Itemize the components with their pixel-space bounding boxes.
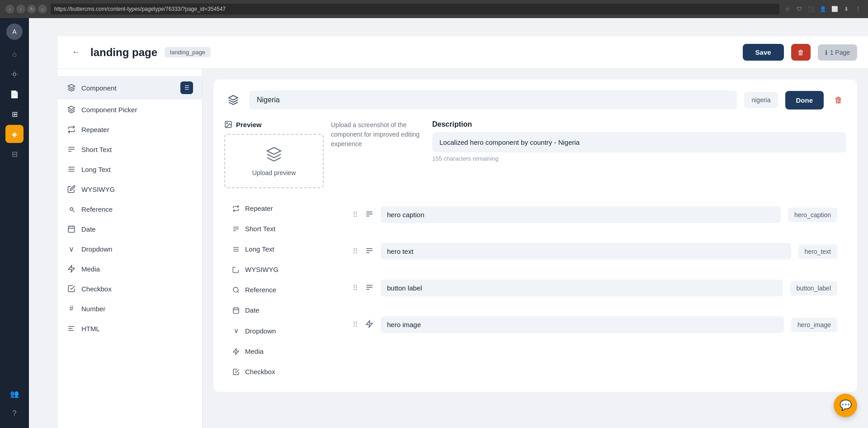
preview-info: Upload a screenshot of the component for…: [331, 120, 421, 149]
field-type-date[interactable]: Date: [224, 301, 333, 319]
done-button[interactable]: Done: [785, 91, 824, 109]
chat-bubble[interactable]: 💬: [834, 394, 857, 417]
sidebar-item-long-text[interactable]: Long Text: [58, 159, 202, 179]
field-type-dropdown[interactable]: ∨ Dropdown: [224, 321, 333, 340]
field-type-checkbox[interactable]: Checkbox: [224, 362, 333, 381]
field-name-input-hero-image[interactable]: [381, 316, 784, 333]
page-count-icon: ℹ: [825, 49, 827, 56]
field-name-input-hero-caption[interactable]: [381, 206, 781, 223]
drag-handle-icon[interactable]: ⠿: [353, 284, 358, 292]
fields-list-panel: ⠿ hero_caption ⠿: [344, 199, 846, 381]
date-icon: [67, 224, 76, 233]
field-type-short-text[interactable]: Short Text: [224, 219, 333, 238]
bookmark-icon[interactable]: ☆: [783, 5, 792, 14]
field-name-input-button-label[interactable]: [381, 280, 783, 296]
sidebar-item-reference[interactable]: Reference: [58, 199, 202, 219]
drag-handle-icon[interactable]: ⠿: [353, 320, 358, 329]
sidebar-item-home[interactable]: ⌂: [5, 45, 24, 63]
sidebar-item-html[interactable]: HTML: [58, 319, 202, 338]
sidebar-item-short-text[interactable]: Short Text: [58, 139, 202, 159]
url-bar[interactable]: https://buttercms.com/content-types/page…: [51, 4, 779, 14]
svg-marker-12: [68, 266, 75, 272]
dropdown-icon: ∨: [67, 244, 76, 253]
delete-button[interactable]: 🗑: [791, 44, 811, 61]
user-avatar[interactable]: A: [6, 24, 23, 40]
component-name-input[interactable]: [250, 90, 737, 109]
media-icon: [67, 264, 76, 273]
back-button[interactable]: ←: [69, 45, 83, 60]
sidebar-item-pages[interactable]: 📄: [5, 85, 24, 103]
field-type-media[interactable]: Media: [224, 342, 333, 361]
sidebar-item-packages[interactable]: ◈: [5, 125, 24, 143]
field-type-date-label: Date: [245, 306, 259, 314]
download-icon[interactable]: ⬇: [842, 5, 851, 14]
component-icon: [67, 83, 76, 92]
sidebar-label-repeater: Repeater: [81, 126, 109, 133]
sidebar-item-date[interactable]: Date: [58, 219, 202, 239]
chat-icon: 💬: [840, 399, 852, 411]
sidebar-label-html: HTML: [81, 325, 100, 333]
sidebar-item-help[interactable]: ?: [5, 404, 24, 423]
field-row-hero-image: ⠿ hero_image: [344, 309, 846, 340]
field-slug-button-label: button_label: [790, 281, 837, 295]
profile-icon[interactable]: 👤: [818, 5, 827, 14]
browser-reload[interactable]: ↻: [27, 5, 36, 14]
sidebar-item-media[interactable]: Media: [58, 259, 202, 279]
field-name-input-hero-text[interactable]: [381, 243, 791, 260]
sidebar-item-repeater[interactable]: Repeater: [58, 119, 202, 139]
shield-icon[interactable]: 🛡: [795, 5, 804, 14]
sidebar-label-reference: Reference: [81, 205, 113, 213]
sidebar-label-component-picker: Component Picker: [81, 106, 137, 114]
drag-handle-icon[interactable]: ⠿: [353, 210, 358, 219]
back-icon: ←: [72, 48, 80, 57]
sidebar-item-images[interactable]: ⊟: [5, 145, 24, 163]
browser-back[interactable]: ‹: [5, 5, 14, 14]
sidebar-label-short-text: Short Text: [81, 146, 112, 153]
field-row-hero-caption: ⠿ hero_caption: [344, 199, 846, 230]
field-type-dropdown-icon: ∨: [231, 327, 241, 335]
html-icon: [67, 324, 76, 333]
sidebar-item-grid[interactable]: ⊞: [5, 105, 24, 123]
page-badge: landing_page: [165, 47, 211, 57]
sidebar-item-users[interactable]: 👥: [5, 385, 24, 403]
content-area: Component ☰ Component Picker Repeater: [58, 69, 868, 428]
svg-line-25: [237, 291, 239, 293]
sidebar-item-wysiwyg[interactable]: WYSIWYG: [58, 179, 202, 199]
sidebar-item-component[interactable]: Component ☰: [58, 76, 202, 100]
sidebar-label-number: Number: [81, 305, 105, 313]
sidebar-item-component-picker[interactable]: Component Picker: [58, 100, 202, 119]
extensions-icon[interactable]: ⬛: [807, 5, 816, 14]
fullscreen-icon[interactable]: ⬜: [830, 5, 839, 14]
drag-handle-icon[interactable]: ⠿: [353, 247, 358, 256]
browser-bar: ‹ › ↻ ⌂ https://buttercms.com/content-ty…: [0, 0, 868, 18]
preview-section: Preview Upload preview Upload a screensh…: [224, 120, 846, 188]
field-type-reference-icon: [231, 286, 241, 294]
field-type-reference[interactable]: Reference: [224, 281, 333, 299]
menu-icon[interactable]: ⋮: [854, 5, 863, 14]
svg-point-7: [70, 208, 73, 210]
component-delete-button[interactable]: 🗑: [831, 92, 846, 109]
app: A ⌂ 📄 ⊞ ◈ ⊟ 👥 ? ← landing page landing_p…: [0, 18, 868, 428]
browser-home[interactable]: ⌂: [38, 5, 47, 14]
sidebar-item-blog[interactable]: [5, 65, 24, 83]
field-type-wysiwyg[interactable]: WYSIWYG: [224, 260, 333, 279]
field-type-repeater[interactable]: Repeater: [224, 199, 333, 218]
sidebar-item-dropdown[interactable]: ∨ Dropdown: [58, 239, 202, 259]
field-type-short-text-label: Short Text: [245, 225, 275, 233]
sidebar-item-number[interactable]: # Number: [58, 299, 202, 319]
page-count-button[interactable]: ℹ 1 Page: [818, 44, 857, 61]
field-type-date-icon: [231, 307, 241, 314]
field-type-media-icon: [231, 348, 241, 355]
browser-forward[interactable]: ›: [16, 5, 25, 14]
svg-marker-40: [366, 320, 373, 327]
description-input[interactable]: [432, 132, 846, 152]
field-type-long-text[interactable]: Long Text: [224, 240, 333, 258]
field-icon-hero-image: [365, 320, 373, 330]
upload-preview-box[interactable]: Upload preview: [224, 134, 324, 188]
component-slug: nigeria: [744, 92, 778, 108]
sidebar-item-checkbox[interactable]: Checkbox: [58, 279, 202, 299]
short-text-icon: [67, 145, 76, 154]
field-slug-hero-text: hero_text: [798, 244, 837, 259]
browser-nav: ‹ › ↻ ⌂: [5, 5, 47, 14]
save-button[interactable]: Save: [743, 44, 784, 61]
